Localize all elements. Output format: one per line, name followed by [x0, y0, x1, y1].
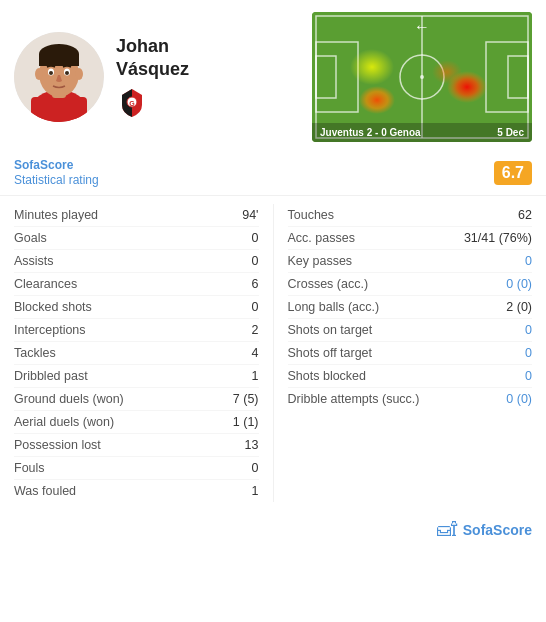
- stat-value: 1: [252, 369, 259, 383]
- stat-name: Minutes played: [14, 208, 98, 222]
- stats-right-col: Touches62Acc. passes31/41 (76%)Key passe…: [274, 204, 547, 502]
- rating-badge: 6.7: [494, 161, 532, 185]
- stat-row: Goals0: [14, 227, 259, 250]
- stat-row: Touches62: [288, 204, 533, 227]
- stat-row: Shots on target0: [288, 319, 533, 342]
- svg-point-28: [432, 60, 462, 84]
- stat-value: 2 (0): [506, 300, 532, 314]
- stat-name: Shots on target: [288, 323, 373, 337]
- svg-point-12: [75, 68, 83, 80]
- stat-value: 13: [245, 438, 259, 452]
- stat-row: Dribbled past1: [14, 365, 259, 388]
- stat-value: 0: [252, 231, 259, 245]
- player-info: Johan Vásquez G: [116, 35, 300, 120]
- stat-name: Goals: [14, 231, 47, 245]
- stat-name: Shots off target: [288, 346, 373, 360]
- stat-row: Assists0: [14, 250, 259, 273]
- stat-row: Shots blocked0: [288, 365, 533, 388]
- stat-row: Was fouled1: [14, 480, 259, 502]
- stat-value: 0: [252, 254, 259, 268]
- svg-point-25: [350, 49, 394, 85]
- stat-name: Key passes: [288, 254, 353, 268]
- stat-value: 1: [252, 484, 259, 498]
- stat-name: Tackles: [14, 346, 56, 360]
- stat-name: Crosses (acc.): [288, 277, 369, 291]
- stat-value: 0: [252, 300, 259, 314]
- stat-name: Clearances: [14, 277, 77, 291]
- stat-row: Acc. passes31/41 (76%): [288, 227, 533, 250]
- stat-row: Minutes played94': [14, 204, 259, 227]
- svg-text:←: ←: [414, 18, 430, 35]
- stat-value: 1 (1): [233, 415, 259, 429]
- stat-name: Was fouled: [14, 484, 76, 498]
- stat-row: Aerial duels (won)1 (1): [14, 411, 259, 434]
- svg-point-11: [35, 68, 43, 80]
- stat-name: Interceptions: [14, 323, 86, 337]
- stat-value: 0: [525, 346, 532, 360]
- player-avatar: [14, 32, 104, 122]
- statistical-rating-label: Statistical rating: [14, 173, 99, 187]
- stat-row: Fouls0: [14, 457, 259, 480]
- stat-value: 7 (5): [233, 392, 259, 406]
- stat-row: Dribble attempts (succ.)0 (0): [288, 388, 533, 410]
- svg-text:G: G: [129, 100, 135, 107]
- stat-row: Crosses (acc.)0 (0): [288, 273, 533, 296]
- svg-point-26: [359, 86, 395, 114]
- stat-name: Shots blocked: [288, 369, 367, 383]
- stats-grid: Minutes played94'Goals0Assists0Clearance…: [0, 196, 546, 510]
- stat-value: 31/41 (76%): [464, 231, 532, 245]
- svg-rect-6: [39, 54, 79, 66]
- stat-row: Tackles4: [14, 342, 259, 365]
- rating-section: SofaScore Statistical rating 6.7: [0, 152, 546, 196]
- stat-value: 62: [518, 208, 532, 222]
- stat-row: Interceptions2: [14, 319, 259, 342]
- stat-value: 94': [242, 208, 258, 222]
- svg-point-9: [49, 71, 53, 75]
- stat-name: Blocked shots: [14, 300, 92, 314]
- stat-name: Possession lost: [14, 438, 101, 452]
- svg-point-10: [65, 71, 69, 75]
- game-date: 5 Dec: [497, 127, 524, 138]
- heatmap: ←: [312, 12, 532, 142]
- stat-value: 0: [525, 254, 532, 268]
- player-name: Johan Vásquez: [116, 35, 300, 82]
- stat-name: Assists: [14, 254, 54, 268]
- stats-left-col: Minutes played94'Goals0Assists0Clearance…: [0, 204, 274, 502]
- game-info-bar: Juventus 2 - 0 Genoa 5 Dec: [312, 123, 532, 142]
- game-result: Juventus 2 - 0 Genoa: [320, 127, 421, 138]
- stat-row: Key passes0: [288, 250, 533, 273]
- stat-value: 0: [525, 369, 532, 383]
- player-header: Johan Vásquez G: [0, 0, 546, 152]
- stat-row: Long balls (acc.)2 (0): [288, 296, 533, 319]
- stat-name: Fouls: [14, 461, 45, 475]
- footer: 🛋 SofaScore: [0, 510, 546, 549]
- sofascore-brand-label: SofaScore: [14, 158, 99, 172]
- stat-value: 0 (0): [506, 277, 532, 291]
- stat-name: Dribbled past: [14, 369, 88, 383]
- stat-value: 2: [252, 323, 259, 337]
- stat-name: Long balls (acc.): [288, 300, 380, 314]
- stat-value: 0 (0): [506, 392, 532, 406]
- stat-value: 0: [252, 461, 259, 475]
- stat-value: 4: [252, 346, 259, 360]
- sofascore-sofa-icon: 🛋: [437, 518, 457, 541]
- stat-value: 6: [252, 277, 259, 291]
- svg-rect-2: [31, 97, 87, 122]
- stat-row: Ground duels (won)7 (5): [14, 388, 259, 411]
- stat-name: Touches: [288, 208, 335, 222]
- stat-row: Possession lost13: [14, 434, 259, 457]
- stat-name: Ground duels (won): [14, 392, 124, 406]
- stat-name: Dribble attempts (succ.): [288, 392, 420, 406]
- svg-point-19: [420, 75, 424, 79]
- stat-name: Acc. passes: [288, 231, 355, 245]
- stat-row: Clearances6: [14, 273, 259, 296]
- stat-row: Blocked shots0: [14, 296, 259, 319]
- team-badge: G: [116, 87, 148, 119]
- stat-value: 0: [525, 323, 532, 337]
- stat-name: Aerial duels (won): [14, 415, 114, 429]
- footer-brand: SofaScore: [463, 522, 532, 538]
- stat-row: Shots off target0: [288, 342, 533, 365]
